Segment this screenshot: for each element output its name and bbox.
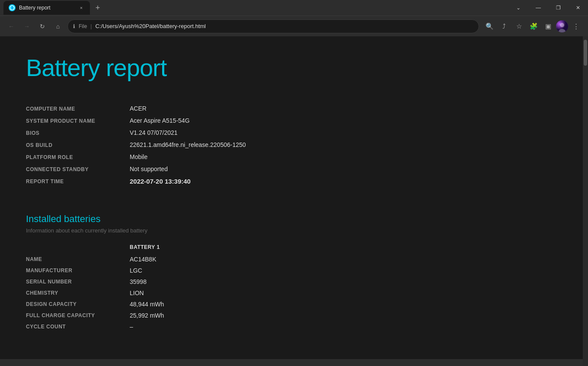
address-field[interactable]: ℹ File | C:/Users/Ayush%20Patel/battery-… <box>67 19 479 33</box>
toolbar-icons: 🔍 ⤴ ☆ 🧩 ▣ ⋮ <box>483 19 583 33</box>
battery-value-full-charge: 25,992 mWh <box>130 312 216 319</box>
title-bar: Battery report × + ⌄ — ❐ ✕ <box>0 0 588 16</box>
battery-row-name: NAME AC14B8K <box>26 254 557 265</box>
label-product-name: SYSTEM PRODUCT NAME <box>26 117 130 124</box>
share-button[interactable]: ⤴ <box>497 19 511 33</box>
battery-table: BATTERY 1 NAME AC14B8K MANUFACTURER LGC … <box>26 244 557 332</box>
info-row-platform-role: PLATFORM ROLE Mobile <box>26 151 557 163</box>
tab-title: Battery report <box>19 5 74 11</box>
battery-row-manufacturer: MANUFACTURER LGC <box>26 265 557 276</box>
info-row-product-name: SYSTEM PRODUCT NAME Acer Aspire A515-54G <box>26 115 557 127</box>
value-os-build: 22621.1.amd64fre.ni_release.220506-1250 <box>130 141 246 148</box>
battery-label-design-capacity: DESIGN CAPACITY <box>26 301 130 308</box>
new-tab-button[interactable]: + <box>92 2 104 14</box>
page-content: Battery report COMPUTER NAME ACER SYSTEM… <box>0 36 583 359</box>
sidebar-button[interactable]: ▣ <box>541 19 555 33</box>
label-bios: BIOS <box>26 129 130 136</box>
tab-close-button[interactable]: × <box>78 4 85 11</box>
value-computer-name: ACER <box>130 105 147 112</box>
tab-favicon <box>9 4 16 11</box>
menu-button[interactable]: ⋮ <box>569 19 583 33</box>
forward-button[interactable]: → <box>21 20 33 32</box>
battery-row-full-charge: FULL CHARGE CAPACITY 25,992 mWh <box>26 310 557 321</box>
battery-table-header: BATTERY 1 <box>26 244 557 254</box>
address-separator: | <box>90 23 92 29</box>
label-computer-name: COMPUTER NAME <box>26 105 130 112</box>
info-row-connected-standby: CONNECTED STANDBY Not supported <box>26 163 557 175</box>
window-close-button[interactable]: ✕ <box>568 1 588 15</box>
battery-label-name: NAME <box>26 256 130 263</box>
battery-label-cycle-count: CYCLE COUNT <box>26 323 130 330</box>
battery-value-serial: 35998 <box>130 278 216 285</box>
info-row-report-time: REPORT TIME 2022-07-20 13:39:40 <box>26 175 557 188</box>
label-platform-role: PLATFORM ROLE <box>26 153 130 160</box>
value-connected-standby: Not supported <box>130 165 168 172</box>
label-connected-standby: CONNECTED STANDBY <box>26 165 130 172</box>
battery-value-design-capacity: 48,944 mWh <box>130 301 216 308</box>
svg-point-2 <box>560 23 564 27</box>
address-bar: ← → ↻ ⌂ ℹ File | C:/Users/Ayush%20Patel/… <box>0 16 588 36</box>
window-maximize-button[interactable]: ❐ <box>548 1 568 15</box>
info-row-computer-name: COMPUTER NAME ACER <box>26 102 557 115</box>
battery-row-serial: SERIAL NUMBER 35998 <box>26 276 557 287</box>
battery-label-manufacturer: MANUFACTURER <box>26 267 130 274</box>
window-minimize-button[interactable]: — <box>528 1 548 15</box>
address-info-icon: ℹ <box>73 23 75 29</box>
home-button[interactable]: ⌂ <box>52 20 64 32</box>
favorites-button[interactable]: ☆ <box>512 19 526 33</box>
battery-value-manufacturer: LGC <box>130 267 216 274</box>
battery-label-chemistry: CHEMISTRY <box>26 290 130 296</box>
value-report-time: 2022-07-20 13:39:40 <box>130 178 191 185</box>
value-product-name: Acer Aspire A515-54G <box>130 117 190 124</box>
value-bios: V1.24 07/07/2021 <box>130 129 178 136</box>
label-report-time: REPORT TIME <box>26 178 130 185</box>
battery-row-cycle-count: CYCLE COUNT – <box>26 321 557 332</box>
reload-button[interactable]: ↻ <box>36 20 48 32</box>
installed-batteries-section: Installed batteries Information about ea… <box>26 213 557 332</box>
scrollbar-track[interactable] <box>583 36 588 366</box>
info-row-bios: BIOS V1.24 07/07/2021 <box>26 127 557 139</box>
window-chevron-button[interactable]: ⌄ <box>508 1 528 15</box>
info-row-os-build: OS BUILD 22621.1.amd64fre.ni_release.220… <box>26 139 557 151</box>
battery-value-cycle-count: – <box>130 323 216 330</box>
address-scheme-label: File <box>79 23 87 29</box>
address-url-text: C:/Users/Ayush%20Patel/battery-report.ht… <box>95 23 206 29</box>
back-button[interactable]: ← <box>5 20 17 32</box>
battery-row-chemistry: CHEMISTRY LION <box>26 287 557 299</box>
battery-column-header: BATTERY 1 <box>130 244 216 250</box>
scrollbar-thumb[interactable] <box>584 40 587 66</box>
value-platform-role: Mobile <box>130 153 147 160</box>
search-button[interactable]: 🔍 <box>483 19 496 33</box>
browser-tab[interactable]: Battery report × <box>3 1 90 15</box>
battery-value-chemistry: LION <box>130 290 216 296</box>
profile-button[interactable] <box>556 20 568 32</box>
system-info-table: COMPUTER NAME ACER SYSTEM PRODUCT NAME A… <box>26 102 557 188</box>
extensions-button[interactable]: 🧩 <box>527 19 540 33</box>
battery-label-serial: SERIAL NUMBER <box>26 278 130 285</box>
battery-value-name: AC14B8K <box>130 256 216 263</box>
section-title-batteries: Installed batteries <box>26 213 557 225</box>
battery-label-full-charge: FULL CHARGE CAPACITY <box>26 312 130 319</box>
section-subtitle-batteries: Information about each currently install… <box>26 227 557 234</box>
label-os-build: OS BUILD <box>26 141 130 148</box>
battery-row-design-capacity: DESIGN CAPACITY 48,944 mWh <box>26 299 557 310</box>
page-title: Battery report <box>26 54 557 82</box>
